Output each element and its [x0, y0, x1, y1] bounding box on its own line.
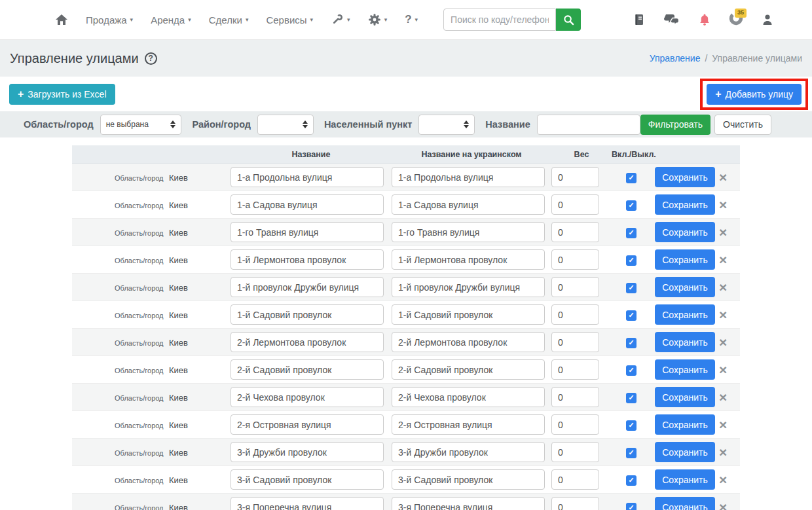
street-name-ua-input[interactable]: [392, 332, 545, 352]
bell-icon[interactable]: [698, 13, 711, 26]
enabled-checkbox[interactable]: ✓: [626, 420, 637, 431]
street-name-ua-input[interactable]: [392, 497, 545, 510]
save-button[interactable]: Сохранить: [655, 222, 715, 242]
street-name-input[interactable]: [231, 167, 384, 187]
enabled-checkbox[interactable]: ✓: [626, 228, 637, 238]
save-button[interactable]: Сохранить: [655, 332, 715, 352]
enabled-checkbox[interactable]: ✓: [626, 173, 637, 183]
enabled-checkbox[interactable]: ✓: [626, 200, 637, 211]
delete-icon[interactable]: ×: [719, 362, 727, 377]
street-weight-input[interactable]: [551, 359, 599, 380]
chat-icon[interactable]: [663, 13, 680, 26]
save-button[interactable]: Сохранить: [655, 497, 715, 510]
street-name-input[interactable]: [231, 414, 384, 435]
enabled-checkbox[interactable]: ✓: [626, 283, 637, 293]
street-weight-input[interactable]: [551, 442, 599, 462]
street-name-ua-input[interactable]: [392, 167, 545, 187]
add-street-button[interactable]: + Добавить улицу: [707, 84, 802, 105]
street-name-ua-input[interactable]: [392, 414, 545, 435]
street-weight-input[interactable]: [551, 497, 599, 510]
coins-indicator[interactable]: 35: [729, 11, 743, 28]
street-name-ua-input[interactable]: [392, 359, 545, 380]
delete-icon[interactable]: ×: [719, 335, 727, 350]
enabled-checkbox[interactable]: ✓: [626, 310, 637, 321]
clear-button[interactable]: Очистить: [714, 115, 771, 135]
street-name-ua-input[interactable]: [392, 249, 545, 270]
save-button[interactable]: Сохранить: [655, 387, 715, 407]
journal-icon[interactable]: [633, 13, 646, 26]
save-button[interactable]: Сохранить: [655, 414, 715, 435]
filter-button[interactable]: Фильтровать: [640, 115, 710, 135]
save-button[interactable]: Сохранить: [655, 359, 715, 380]
street-name-ua-input[interactable]: [392, 222, 545, 242]
page-help-icon[interactable]: ?: [145, 52, 157, 65]
enabled-checkbox[interactable]: ✓: [626, 448, 637, 458]
street-name-input[interactable]: [231, 222, 384, 242]
name-filter-input[interactable]: [537, 115, 640, 135]
enabled-checkbox[interactable]: ✓: [626, 338, 637, 348]
delete-icon[interactable]: ×: [719, 472, 727, 487]
street-weight-input[interactable]: [551, 167, 599, 187]
save-button[interactable]: Сохранить: [655, 249, 715, 270]
street-name-ua-input[interactable]: [392, 469, 545, 490]
street-weight-input[interactable]: [551, 469, 599, 490]
delete-icon[interactable]: ×: [719, 445, 727, 460]
delete-icon[interactable]: ×: [719, 170, 727, 185]
enabled-checkbox[interactable]: ✓: [626, 365, 637, 376]
menu-rent[interactable]: Аренда▾: [151, 14, 191, 26]
street-weight-input[interactable]: [551, 332, 599, 352]
save-button[interactable]: Сохранить: [655, 277, 715, 297]
street-name-ua-input[interactable]: [392, 304, 545, 325]
menu-tools[interactable]: ▾: [331, 13, 350, 26]
street-weight-input[interactable]: [551, 249, 599, 270]
save-button[interactable]: Сохранить: [655, 304, 715, 325]
street-weight-input[interactable]: [551, 304, 599, 325]
street-name-input[interactable]: [231, 387, 384, 407]
enabled-checkbox[interactable]: ✓: [626, 475, 637, 486]
delete-icon[interactable]: ×: [719, 252, 727, 267]
street-name-input[interactable]: [231, 332, 384, 352]
street-weight-input[interactable]: [551, 414, 599, 435]
delete-icon[interactable]: ×: [719, 500, 727, 510]
menu-help[interactable]: ?▾: [405, 13, 418, 26]
street-name-input[interactable]: [231, 249, 384, 270]
save-button[interactable]: Сохранить: [655, 167, 715, 187]
street-weight-input[interactable]: [551, 277, 599, 297]
delete-icon[interactable]: ×: [719, 225, 727, 240]
street-weight-input[interactable]: [551, 222, 599, 242]
street-name-input[interactable]: [231, 359, 384, 380]
settlement-select[interactable]: [418, 115, 475, 135]
breadcrumb-link[interactable]: Управление: [650, 53, 701, 64]
delete-icon[interactable]: ×: [719, 417, 727, 432]
street-name-input[interactable]: [231, 497, 384, 510]
street-name-input[interactable]: [231, 469, 384, 490]
search-button[interactable]: [556, 9, 581, 31]
street-name-input[interactable]: [231, 277, 384, 297]
street-name-ua-input[interactable]: [392, 277, 545, 297]
menu-deals[interactable]: Сделки▾: [209, 14, 249, 26]
menu-settings[interactable]: ▾: [368, 13, 388, 26]
save-button[interactable]: Сохранить: [655, 194, 715, 215]
street-name-input[interactable]: [231, 304, 384, 325]
enabled-checkbox[interactable]: ✓: [626, 503, 637, 510]
street-name-ua-input[interactable]: [392, 442, 545, 462]
menu-sales[interactable]: Продажа▾: [86, 14, 133, 26]
street-weight-input[interactable]: [551, 194, 599, 215]
save-button[interactable]: Сохранить: [655, 442, 715, 462]
menu-services[interactable]: Сервисы▾: [266, 14, 313, 26]
delete-icon[interactable]: ×: [719, 307, 727, 322]
street-weight-input[interactable]: [551, 387, 599, 407]
save-button[interactable]: Сохранить: [655, 469, 715, 490]
home-button[interactable]: [55, 13, 68, 26]
street-name-input[interactable]: [231, 194, 384, 215]
search-input[interactable]: [443, 9, 556, 31]
delete-icon[interactable]: ×: [719, 390, 727, 405]
upload-excel-button[interactable]: + Загрузить из Excel: [9, 84, 115, 105]
delete-icon[interactable]: ×: [719, 197, 727, 212]
delete-icon[interactable]: ×: [719, 280, 727, 295]
district-select[interactable]: [257, 115, 314, 135]
user-icon[interactable]: [761, 13, 774, 26]
enabled-checkbox[interactable]: ✓: [626, 255, 637, 266]
enabled-checkbox[interactable]: ✓: [626, 393, 637, 403]
street-name-ua-input[interactable]: [392, 387, 545, 407]
